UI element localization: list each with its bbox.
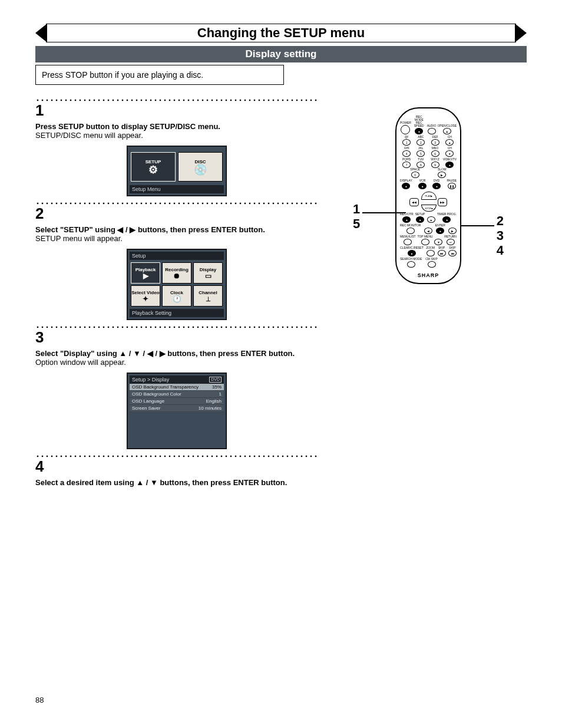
button-label: TOP MENU xyxy=(417,235,432,238)
osd-tile: Recording⏺ xyxy=(162,262,191,284)
rewind-button: ◀◀ xyxy=(409,198,419,206)
rec-monitor-button xyxy=(406,228,415,234)
button-label: REC MODE REC SPEED xyxy=(412,116,426,127)
button-label: SKIP xyxy=(438,246,445,249)
step-number: 4 xyxy=(35,457,318,476)
osd-setup-disc-menu: SETUP ⚙ DISC 💿 Setup Menu xyxy=(127,146,227,196)
up-button: ▲ xyxy=(427,216,435,223)
button-label: TIMER PROG. xyxy=(437,213,457,216)
button-label: VCR xyxy=(419,179,426,182)
osd-tile: Select Video✦ xyxy=(131,285,160,307)
remote-button: 6 xyxy=(431,150,439,157)
osd-header: Setup xyxy=(132,253,146,259)
disc-icon: 💿 xyxy=(194,164,207,175)
step-result: SETUP menu will appear. xyxy=(35,234,318,243)
osd-setup-menu: Setup Playback▶ Recording⏺ Display▭ Sele… xyxy=(127,249,227,320)
osd-tile-disc: DISC 💿 xyxy=(178,152,223,182)
osd-display-options: Setup > Display DVD OSD Background Trans… xyxy=(127,373,227,449)
play-icon: ▶ xyxy=(143,272,148,279)
callout-number: 4 xyxy=(497,243,504,258)
settings-icon: ⚙ xyxy=(148,164,158,175)
numpad-cell: JKL5 xyxy=(414,147,427,157)
dvd-badge: DVD xyxy=(209,377,222,383)
numpad-cell: GHI4 xyxy=(400,147,413,157)
button-label: MENU/LIST xyxy=(400,235,416,238)
numpad-cell: PQRS7 xyxy=(400,158,413,168)
step-instruction: Select a desired item using ▲ / ▼ button… xyxy=(35,478,318,487)
audio-button xyxy=(428,128,436,134)
numpad-cell: MNO6 xyxy=(428,147,441,157)
osd-footer: Playback Setting xyxy=(130,309,224,317)
step-result: Option window will appear. xyxy=(35,358,318,367)
search-mode-button xyxy=(407,261,415,268)
clock-icon: 🕐 xyxy=(173,295,181,302)
osd-tile: Playback▶ xyxy=(131,262,160,284)
open-close-button: ▲ xyxy=(443,128,451,134)
play-button: PLAY ▶ xyxy=(421,192,437,200)
osd-tile: Clock🕐 xyxy=(162,285,191,307)
video-icon: ✦ xyxy=(143,295,148,302)
remote-button: 1 xyxy=(402,139,411,146)
osd-option-row: Screen Saver10 minutes xyxy=(130,405,224,412)
numpad-cell: CH▼ xyxy=(443,147,457,157)
button-label: SEARCH MODE xyxy=(400,258,422,261)
osd-footer: Setup Menu xyxy=(130,185,224,193)
numpad-cell: CH▲ xyxy=(443,136,457,146)
remote-button: 4 xyxy=(402,150,411,157)
osd-tile: Display▭ xyxy=(193,262,223,284)
button-label: DVD xyxy=(434,179,440,182)
button-label: CH xyxy=(448,147,452,150)
enter-button: ● xyxy=(436,228,444,234)
step-number: 3 xyxy=(35,328,318,347)
step-number: 1 xyxy=(35,101,318,120)
button-label: OPEN/CLOSE xyxy=(437,124,457,127)
button-label: VIDEO/TV xyxy=(443,158,457,161)
osd-option-row: OSD Background Transparency35% xyxy=(130,384,224,391)
vcr-button: ● xyxy=(418,183,427,189)
left-button: ◀ xyxy=(424,228,432,234)
button-label: @! xyxy=(405,136,408,139)
menu-list-button xyxy=(404,239,412,245)
setup-button: ● xyxy=(416,216,424,223)
rec-mode-button: ● xyxy=(415,128,423,134)
numpad-cell: @!1 xyxy=(400,136,413,146)
callout-number: 5 xyxy=(353,216,360,232)
page-title-banner: Changing the SETUP menu xyxy=(35,24,527,42)
button-label: WXYZ xyxy=(431,158,439,161)
remote-button: 3 xyxy=(431,139,439,146)
slow-button: ▶ xyxy=(438,172,446,178)
osd-tile-setup: SETUP ⚙ xyxy=(131,152,176,182)
button-label: RETURN xyxy=(444,235,457,238)
callout-line xyxy=(460,225,494,226)
button-label: ENTER xyxy=(435,224,445,227)
power-button xyxy=(401,125,410,134)
button-label: CLEAR/C.RESET xyxy=(400,246,424,249)
button-label: ZOOM xyxy=(426,246,435,249)
down-button: ▼ xyxy=(434,239,442,245)
subtitle-bar: Display setting xyxy=(35,46,527,62)
osd-option-row: OSD LanguageEnglish xyxy=(130,398,224,405)
skip-back-button: ⏮ xyxy=(438,250,446,256)
forward-button: ▶▶ xyxy=(438,198,447,206)
numpad-cell: DEF3 xyxy=(428,136,441,146)
step-instruction: Select "SETUP" using ◀ / ▶ buttons, then… xyxy=(35,225,318,234)
remote-button: 5 xyxy=(416,150,425,157)
callout-number: 3 xyxy=(497,228,504,243)
display-icon: ▭ xyxy=(205,272,211,279)
pause-button: ❚❚ xyxy=(448,183,456,189)
button-label: PQRS xyxy=(402,158,411,161)
num-0-button: 0 xyxy=(411,172,419,178)
step-number: 2 xyxy=(35,205,318,223)
button-label: PAUSE xyxy=(447,179,457,182)
button-label: SLOW xyxy=(438,168,447,171)
remote-button: ▲ xyxy=(445,139,454,146)
osd-option-list: OSD Background Transparency35% OSD Backg… xyxy=(130,384,224,412)
return-button: ↩ xyxy=(447,239,455,245)
clear-button: ● xyxy=(408,250,416,256)
step-instruction: Press SETUP button to display SETUP/DISC… xyxy=(35,122,318,131)
remote-diagram: POWER REC MODE REC SPEED● AUDIO OPEN/CLO… xyxy=(369,107,487,284)
button-label: AUDIO xyxy=(427,124,437,127)
remote-button: 7 xyxy=(402,162,411,168)
button-label: REC/OTR xyxy=(400,213,414,216)
step-result: SETUP/DISC menu will appear. xyxy=(35,131,318,140)
